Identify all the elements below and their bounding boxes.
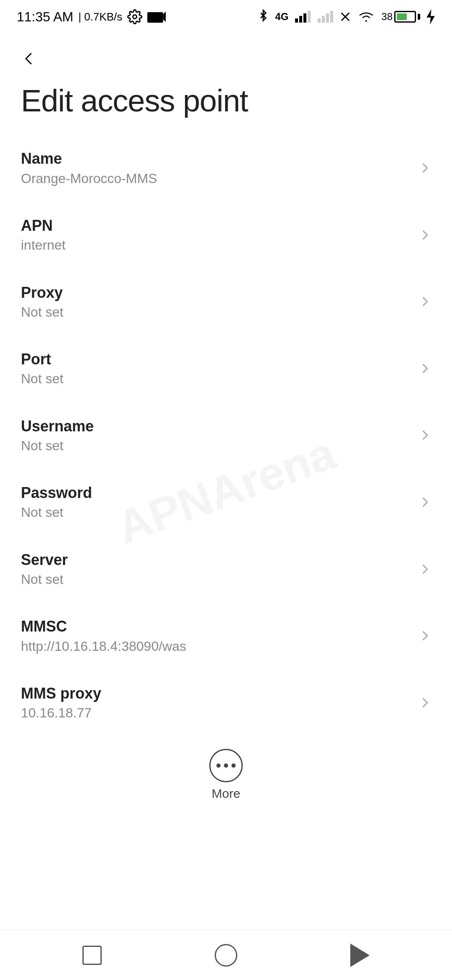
chevron-right-icon — [419, 162, 431, 174]
status-speed: | 0.7KB/s — [78, 10, 122, 23]
proxy-label: Proxy — [21, 284, 410, 302]
more-circle-icon — [209, 749, 243, 782]
password-label: Password — [21, 484, 410, 502]
username-label: Username — [21, 417, 410, 435]
back-nav-button[interactable] — [343, 939, 377, 972]
chevron-right-icon — [419, 563, 431, 575]
apn-label: APN — [21, 217, 410, 235]
proxy-value: Not set — [21, 304, 410, 320]
chevron-right-icon — [419, 629, 431, 642]
name-label: Name — [21, 150, 410, 168]
mmsc-label: MMSC — [21, 617, 410, 635]
settings-item-username[interactable]: Username Not set — [0, 402, 452, 469]
battery-indicator: 38 — [381, 11, 420, 23]
signal-bars-2 — [317, 10, 334, 23]
back-button[interactable] — [17, 46, 42, 71]
chevron-right-icon — [419, 362, 431, 375]
recents-icon — [82, 946, 102, 965]
network-4g-icon: 4G — [275, 11, 288, 23]
settings-item-mmsc[interactable]: MMSC http://10.16.18.4:38090/was — [0, 602, 452, 669]
settings-item-server[interactable]: Server Not set — [0, 536, 452, 603]
home-button[interactable] — [209, 939, 243, 972]
charging-icon — [426, 9, 435, 24]
port-label: Port — [21, 350, 410, 368]
mms-proxy-value: 10.16.18.77 — [21, 705, 410, 721]
apn-value: internet — [21, 237, 410, 253]
svg-marker-13 — [426, 9, 435, 24]
svg-rect-1 — [147, 12, 163, 23]
svg-point-0 — [133, 15, 137, 19]
status-time: 11:35 AM — [17, 9, 73, 25]
settings-icon — [127, 9, 142, 24]
chevron-right-icon — [419, 496, 431, 508]
settings-item-port[interactable]: Port Not set — [0, 335, 452, 402]
signal-x-icon — [339, 11, 351, 23]
chevron-right-icon — [419, 229, 431, 241]
home-icon — [215, 944, 237, 967]
svg-rect-7 — [318, 18, 321, 23]
status-bar: 11:35 AM | 0.7KB/s 4G — [0, 0, 452, 34]
settings-list: Name Orange-Morocco-MMS APN internet Pro… — [0, 134, 452, 736]
more-button[interactable]: More — [0, 736, 452, 809]
back-arrow-icon — [22, 51, 37, 66]
server-value: Not set — [21, 571, 410, 587]
chevron-right-icon — [419, 696, 431, 709]
signal-bars-1 — [294, 10, 311, 23]
svg-rect-8 — [322, 16, 325, 23]
page-title: Edit access point — [0, 75, 452, 134]
mms-proxy-label: MMS proxy — [21, 684, 410, 702]
settings-item-mms-proxy[interactable]: MMS proxy 10.16.18.77 — [0, 669, 452, 736]
svg-marker-2 — [163, 11, 166, 22]
back-nav-icon — [350, 944, 370, 967]
chevron-right-icon — [419, 429, 431, 441]
port-value: Not set — [21, 371, 410, 387]
svg-rect-3 — [295, 18, 298, 23]
password-value: Not set — [21, 504, 410, 520]
chevron-right-icon — [419, 295, 431, 308]
status-icons-right: 4G 38 — [257, 9, 435, 24]
wifi-icon — [357, 9, 375, 24]
svg-rect-6 — [308, 11, 311, 23]
mmsc-value: http://10.16.18.4:38090/was — [21, 638, 410, 654]
svg-rect-10 — [330, 11, 333, 23]
name-value: Orange-Morocco-MMS — [21, 170, 410, 186]
settings-item-apn[interactable]: APN internet — [0, 201, 452, 268]
server-label: Server — [21, 551, 410, 569]
recents-button[interactable] — [75, 939, 109, 972]
settings-item-proxy[interactable]: Proxy Not set — [0, 268, 452, 335]
svg-rect-9 — [326, 13, 329, 23]
username-value: Not set — [21, 438, 410, 454]
bottom-nav — [0, 930, 452, 980]
more-label: More — [212, 787, 240, 801]
svg-rect-4 — [299, 16, 302, 23]
settings-item-name[interactable]: Name Orange-Morocco-MMS — [0, 134, 452, 201]
nav-header — [0, 34, 452, 75]
svg-rect-5 — [303, 13, 306, 23]
camera-icon — [147, 9, 166, 24]
settings-item-password[interactable]: Password Not set — [0, 469, 452, 536]
bluetooth-icon — [257, 9, 269, 24]
